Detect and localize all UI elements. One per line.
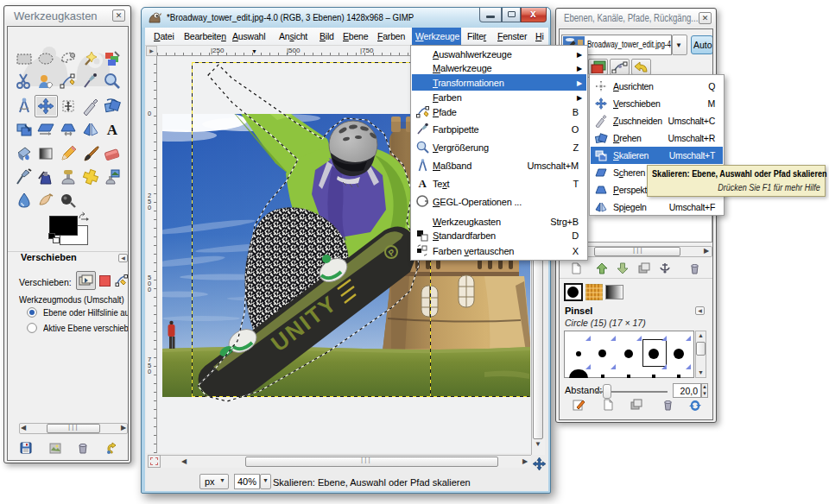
- svg-text:A: A: [107, 122, 118, 138]
- svg-text:A: A: [418, 177, 427, 190]
